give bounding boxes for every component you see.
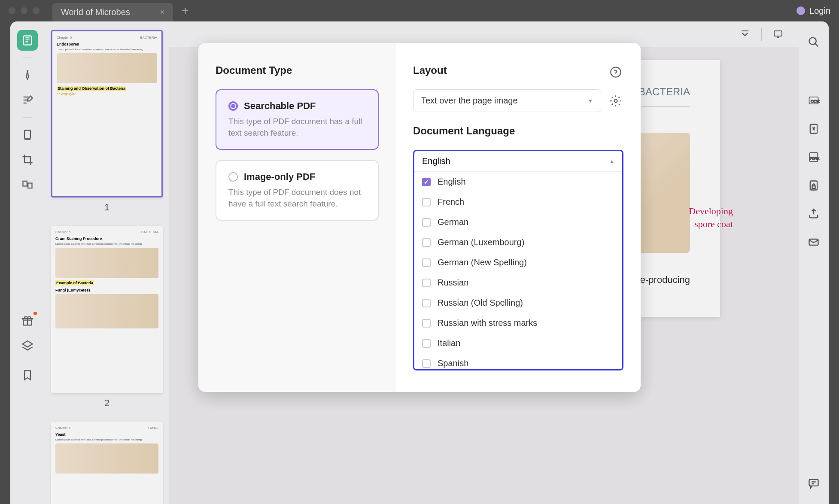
layout-settings-button[interactable] <box>608 93 623 109</box>
language-label: English <box>438 177 466 187</box>
maximize-window-button[interactable] <box>33 7 40 14</box>
checkbox-icon <box>422 198 431 206</box>
main-window: Chapter 5BACTERIA Endospores Lorem ipsum… <box>10 21 829 504</box>
checkbox-icon <box>422 218 431 227</box>
modal-left-panel: Document Type Searchable PDF This type o… <box>198 43 396 392</box>
language-option[interactable]: German (New Spelling) <box>414 252 622 273</box>
option-title: Image-only PDF <box>244 171 315 182</box>
language-list[interactable]: English French German German (Luxembourg… <box>414 172 622 369</box>
checkbox-icon <box>422 258 431 267</box>
language-option[interactable]: Italian <box>414 333 622 353</box>
close-tab-icon[interactable]: × <box>160 8 165 17</box>
language-heading: Document Language <box>413 125 623 137</box>
language-label: French <box>438 197 464 207</box>
language-option[interactable]: French <box>414 192 622 212</box>
close-window-button[interactable] <box>9 7 15 14</box>
language-option[interactable]: German <box>414 212 622 232</box>
language-selected-value[interactable]: English ▲ <box>414 151 622 172</box>
tab-title: World of Microbes <box>61 7 130 17</box>
svg-point-16 <box>611 67 620 77</box>
language-label: Russian (Old Spelling) <box>438 298 523 308</box>
modal-right-panel: Layout Text over the page image ▼ Docume… <box>396 43 641 392</box>
language-option[interactable]: Spanish <box>414 353 622 369</box>
checkbox-icon <box>422 299 431 307</box>
checkbox-icon <box>422 279 431 287</box>
modal-overlay[interactable]: Document Type Searchable PDF This type o… <box>10 21 829 504</box>
option-description: This type of PDF document does not have … <box>228 187 366 209</box>
language-label: Italian <box>438 338 460 348</box>
checkbox-icon <box>422 339 431 348</box>
checkbox-icon <box>422 359 431 368</box>
window-controls <box>9 7 40 14</box>
language-label: Russian with stress marks <box>438 318 537 328</box>
login-label: Login <box>809 6 830 16</box>
radio-icon <box>228 172 238 182</box>
checkbox-icon <box>422 178 431 186</box>
layout-value: Text over the page image <box>421 96 518 106</box>
language-label: Spanish <box>438 358 468 368</box>
titlebar: World of Microbes × + Login <box>0 0 839 21</box>
option-description: This type of PDF document has a full tex… <box>228 116 366 139</box>
document-type-heading: Document Type <box>216 64 379 76</box>
language-dropdown[interactable]: English ▲ English French German German (… <box>413 150 623 370</box>
option-title: Searchable PDF <box>244 100 316 112</box>
minimize-window-button[interactable] <box>21 7 27 14</box>
avatar-icon <box>796 6 805 15</box>
new-tab-button[interactable]: + <box>182 4 188 18</box>
language-option[interactable]: Russian (Old Spelling) <box>414 293 622 313</box>
ocr-settings-modal: Document Type Searchable PDF This type o… <box>198 43 641 392</box>
language-label: German (Luxembourg) <box>438 237 524 247</box>
language-option[interactable]: Russian <box>414 273 622 293</box>
help-button[interactable] <box>608 64 623 80</box>
radio-icon <box>228 101 238 111</box>
document-type-option[interactable]: Searchable PDF This type of PDF document… <box>216 89 379 150</box>
language-option[interactable]: Russian with stress marks <box>414 313 622 333</box>
checkbox-icon <box>422 319 431 328</box>
layout-heading: Layout <box>413 64 623 76</box>
language-label: German (New Spelling) <box>438 258 527 267</box>
language-label: German <box>438 217 468 227</box>
chevron-down-icon: ▼ <box>588 98 593 104</box>
svg-point-17 <box>614 99 617 102</box>
language-option[interactable]: German (Luxembourg) <box>414 232 622 252</box>
language-option[interactable]: English <box>414 172 622 192</box>
document-type-option[interactable]: Image-only PDF This type of PDF document… <box>216 160 379 221</box>
language-label: Russian <box>438 278 468 288</box>
checkbox-icon <box>422 238 431 247</box>
login-button[interactable]: Login <box>796 6 830 16</box>
chevron-up-icon: ▲ <box>609 158 614 164</box>
document-tab[interactable]: World of Microbes × <box>52 3 173 21</box>
layout-select[interactable]: Text over the page image ▼ <box>413 89 601 112</box>
